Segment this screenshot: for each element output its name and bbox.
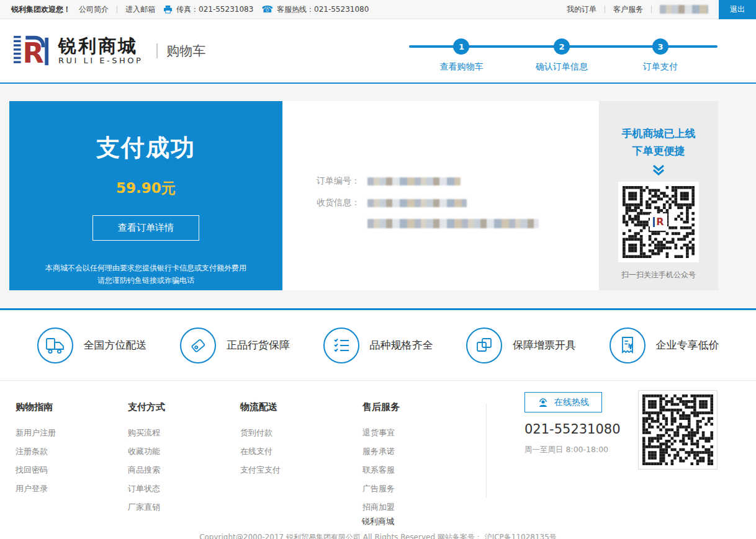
address-redacted: [367, 219, 539, 228]
footer-link[interactable]: 新用户注册: [16, 427, 128, 439]
welcome-text: 锐利集团欢迎您！: [11, 4, 71, 15]
feature-nationwide-delivery: 全国方位配送: [37, 327, 147, 363]
payment-amount: 59.90元: [9, 179, 282, 198]
checklist-icon: [323, 327, 359, 363]
company-profile-link[interactable]: 公司简介: [79, 4, 109, 15]
footer-link[interactable]: 招商加盟: [362, 502, 475, 513]
fax-text: 传真：021-55231083: [176, 4, 253, 15]
feature-label: 全国方位配送: [84, 338, 147, 352]
qr-caption: 扫一扫关注手机公众号: [599, 270, 718, 280]
chevron-double-down-icon: [652, 164, 665, 176]
footer-link[interactable]: 收藏功能: [128, 446, 240, 457]
mobile-promo-panel: 手机商城已上线 下单更便捷 R 扫一扫关注手机公众号: [599, 101, 718, 290]
step-confirm-order: 2 确认订单信息: [536, 38, 588, 73]
footer-link[interactable]: 厂家直销: [128, 502, 240, 513]
feature-label: 保障增票开具: [513, 338, 576, 352]
brand-logo-icon: R: [12, 33, 51, 69]
mailbox-link[interactable]: 进入邮箱: [125, 4, 155, 15]
tag-icon: [180, 327, 216, 363]
step-1-label: 查看购物车: [439, 61, 483, 73]
footer-col-shopping-guide: 购物指南 新用户注册 注册条款 找回密码 用户登录: [16, 401, 128, 520]
qr-center-logo: R: [650, 213, 667, 231]
step-view-cart: 1 查看购物车: [439, 38, 483, 73]
checkout-steps: 1 查看购物车 2 确认订单信息 3 订单支付: [409, 38, 718, 78]
footer-link[interactable]: 服务承诺: [362, 446, 475, 457]
footer-col-after-sales: 售后服务 退货事宜 服务承诺 联系客服 广告服务 招商加盟: [362, 401, 475, 520]
footer-link[interactable]: 购买流程: [128, 427, 240, 439]
promo-line-1: 手机商城已上线: [599, 125, 718, 142]
divider: [605, 6, 605, 13]
footer-col-title: 物流配送: [240, 401, 362, 413]
step-pay-order: 3 订单支付: [643, 38, 678, 73]
brand-text: 锐利商城 RUI LI E-SHOP: [58, 37, 143, 66]
feature-label: 企业专享低价: [656, 338, 719, 352]
footer-link[interactable]: 用户登录: [16, 483, 128, 494]
brand-name-en: RUI LI E-SHOP: [58, 56, 143, 65]
hotline-number: 021-55231080: [524, 422, 602, 437]
online-hotline-button[interactable]: 在线热线: [524, 392, 602, 412]
headset-icon: [538, 398, 549, 408]
footer-link[interactable]: 在线支付: [240, 446, 362, 457]
step-2-label: 确认订单信息: [536, 61, 588, 73]
step-2-circle: 2: [554, 38, 570, 55]
order-number-redacted: [367, 177, 461, 185]
logout-button[interactable]: 退出: [719, 0, 756, 19]
footer-link[interactable]: 广告服务: [362, 483, 475, 494]
view-order-details-button[interactable]: 查看订单详情: [92, 215, 199, 241]
divider: [156, 43, 158, 58]
main-section: 支付成功 59.90元 查看订单详情 本商城不会以任何理由要求您提供银行卡信息或…: [0, 84, 756, 308]
footer-link[interactable]: 支付宝支付: [240, 465, 362, 476]
footer-link[interactable]: 订单状态: [128, 483, 240, 494]
copies-icon: [466, 327, 502, 363]
footer-link[interactable]: 货到付款: [240, 427, 362, 439]
feature-genuine-goods: 正品行货保障: [180, 327, 290, 363]
shipping-info-label: 收货信息：: [317, 197, 367, 208]
feature-label: 品种规格齐全: [370, 338, 433, 352]
username-redacted: [660, 5, 708, 14]
my-orders-link[interactable]: 我的订单: [567, 4, 596, 15]
footer-col-title: 支付方式: [128, 401, 240, 413]
features-bar: 全国方位配送 正品行货保障 品种规格齐全: [0, 310, 756, 381]
promo-line-2: 下单更便捷: [599, 142, 718, 159]
page-title: 购物车: [166, 42, 205, 60]
hotline-info: ☎ 客服热线：021-55231080: [261, 4, 369, 15]
page-title-wrap: 购物车: [156, 42, 205, 60]
order-number-label: 订单编号：: [317, 176, 367, 187]
svg-text:R: R: [23, 37, 44, 69]
step-3-label: 订单支付: [643, 61, 678, 73]
footer-link[interactable]: 注册条款: [16, 446, 128, 457]
payment-success-panel: 支付成功 59.90元 查看订单详情 本商城不会以任何理由要求您提供银行卡信息或…: [9, 101, 282, 290]
printer-icon: [163, 5, 173, 14]
footer-col-title: 购物指南: [16, 401, 128, 413]
recipient-redacted: [367, 199, 467, 207]
footer-col-title: 售后服务: [362, 401, 475, 413]
feature-full-assortment: 品种规格齐全: [323, 327, 433, 363]
brand-logo[interactable]: R 锐利商城 RUI LI E-SHOP: [12, 33, 143, 69]
online-hotline-label: 在线热线: [554, 397, 589, 408]
phone-icon: ☎: [261, 5, 273, 14]
feature-label: 正品行货保障: [227, 338, 290, 352]
warning-line-2: 请您谨防钓鱼链接或诈骗电话: [9, 274, 282, 287]
step-3-circle: 3: [652, 38, 668, 55]
footer-hotline: 在线热线 021-55231080 周一至周日 8:00-18:00: [524, 392, 602, 455]
footer-link[interactable]: 商品搜索: [128, 465, 240, 476]
customer-service-link[interactable]: 客户服务: [613, 4, 643, 15]
payment-success-title: 支付成功: [9, 132, 282, 164]
svg-text:¥: ¥: [628, 342, 633, 351]
footer-link[interactable]: 找回密码: [16, 465, 128, 476]
footer-col-logistics: 物流配送 货到付款 在线支付 支付宝支付: [240, 401, 362, 520]
topbar: 锐利集团欢迎您！ 公司简介 进入邮箱 传真：021-55231083 ☎ 客服热…: [0, 0, 756, 19]
mobile-shop-qr-code: R: [618, 182, 699, 262]
footer-col-payment: 支付方式 购买流程 收藏功能 商品搜索 订单状态 厂家直销: [128, 401, 240, 520]
footer-qr-code: [638, 390, 718, 470]
divider: [651, 6, 652, 13]
footer-link[interactable]: 联系客服: [362, 465, 475, 476]
truck-icon: [37, 327, 73, 363]
copyright-text: Copyright@2000-2017 锐利贸易集团有限公司 All Right…: [0, 532, 756, 539]
footer-link[interactable]: 退货事宜: [362, 427, 475, 439]
hotline-hours: 周一至周日 8:00-18:00: [524, 445, 602, 455]
feature-vat-invoice: 保障增票开具: [466, 327, 576, 363]
anti-fraud-warning: 本商城不会以任何理由要求您提供银行卡信息或支付额外费用 请您谨防钓鱼链接或诈骗电…: [9, 262, 282, 287]
feature-enterprise-price: ¥ 企业专享低价: [610, 327, 719, 363]
header: R 锐利商城 RUI LI E-SHOP 购物车 1 查看购物车 2 确认订单信…: [0, 19, 756, 84]
